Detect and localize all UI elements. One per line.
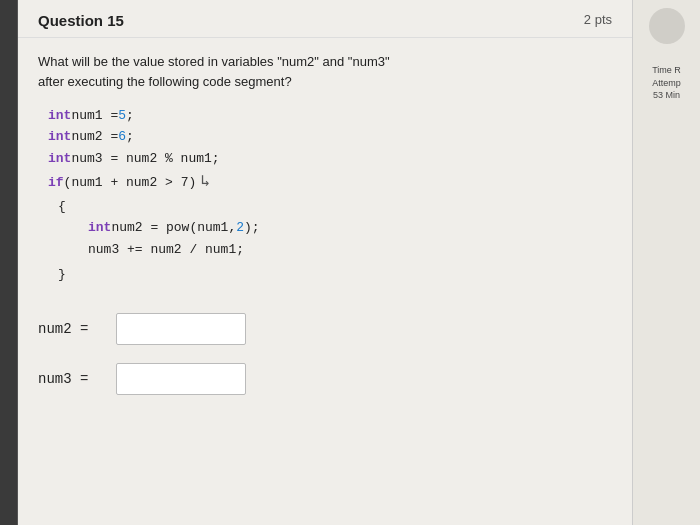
code-line6-rest: num2 = pow(num1,: [111, 217, 236, 238]
num3-input[interactable]: [116, 363, 246, 395]
points-badge: 2 pts: [584, 12, 612, 27]
kw-int-2: int: [48, 126, 71, 147]
num2-input[interactable]: [116, 313, 246, 345]
code-line2-end: ;: [126, 126, 134, 147]
code-line-3: int num3 = num2 % num1;: [48, 148, 612, 169]
code-line7-rest: num3 += num2 / num1;: [88, 239, 244, 260]
code-line6-val: 2: [236, 217, 244, 238]
num2-answer-row: num2 =: [38, 313, 612, 345]
left-edge: [0, 0, 18, 525]
kw-int-4: int: [88, 217, 111, 238]
sidebar-timer: Time R Attemp 53 Min: [648, 60, 685, 106]
code-line-1: int num1 = 5 ;: [48, 105, 612, 126]
kw-if: if: [48, 172, 64, 193]
code-line1-val: 5: [118, 105, 126, 126]
code-line1-rest: num1 =: [71, 105, 118, 126]
code-line6-end: );: [244, 217, 260, 238]
code-line1-end: ;: [126, 105, 134, 126]
code-line2-rest: num2 =: [71, 126, 118, 147]
kw-int-3: int: [48, 148, 71, 169]
question-title: Question 15: [38, 12, 124, 29]
code-line-5: {: [58, 196, 612, 217]
minutes-label: 53 Min: [653, 90, 680, 100]
main-content: Question 15 2 pts What will be the value…: [18, 0, 632, 525]
code-block: int num1 = 5 ; int num2 = 6 ; int num3 =…: [48, 105, 612, 285]
question-text: What will be the value stored in variabl…: [38, 52, 612, 91]
code-line-2: int num2 = 6 ;: [48, 126, 612, 147]
code-line-6: int num2 = pow(num1, 2 );: [88, 217, 612, 238]
right-sidebar: Time R Attemp 53 Min: [632, 0, 700, 525]
code-line4-rest: (num1 + num2 > 7): [64, 172, 197, 193]
question-body: What will be the value stored in variabl…: [18, 38, 632, 295]
answer-section: num2 = num3 =: [18, 295, 632, 413]
question-text-line2: after executing the following code segme…: [38, 74, 292, 89]
question-header: Question 15 2 pts: [18, 0, 632, 38]
question-text-line1: What will be the value stored in variabl…: [38, 54, 390, 69]
cursor-icon: ↳: [200, 169, 210, 195]
sidebar-circle-icon: [649, 8, 685, 44]
num3-answer-row: num3 =: [38, 363, 612, 395]
attempt-label: Attemp: [652, 78, 681, 88]
code-line-4: if (num1 + num2 > 7) ↳: [48, 169, 612, 195]
code-line2-val: 6: [118, 126, 126, 147]
num2-label: num2 =: [38, 321, 108, 337]
kw-int-1: int: [48, 105, 71, 126]
code-line-7: num3 += num2 / num1;: [88, 239, 612, 260]
num3-label: num3 =: [38, 371, 108, 387]
timer-label: Time R: [652, 65, 681, 75]
code-line3-rest: num3 = num2 % num1;: [71, 148, 219, 169]
code-line-8: }: [58, 264, 612, 285]
